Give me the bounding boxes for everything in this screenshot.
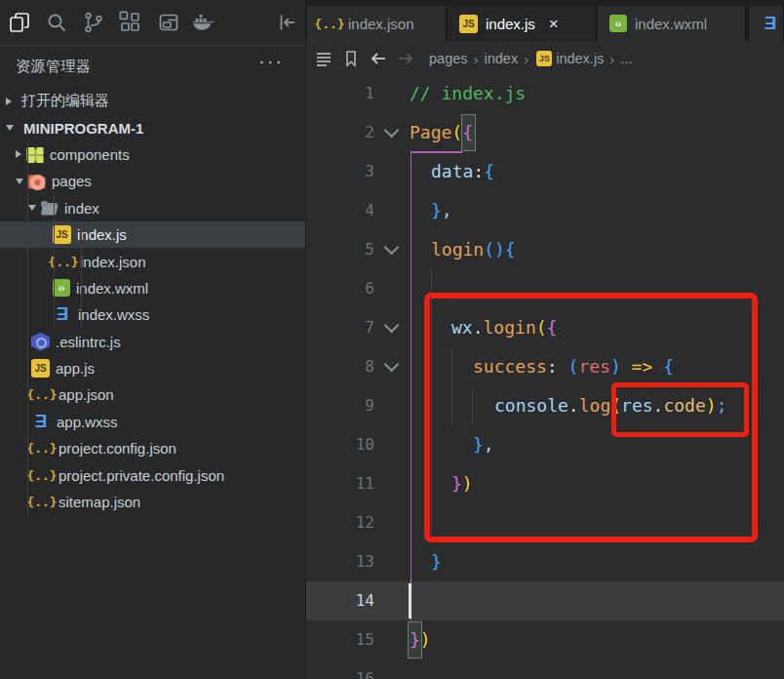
components-badge <box>26 147 45 163</box>
bookmark-icon[interactable] <box>341 49 361 68</box>
code-line-8: success: (res) => { <box>410 347 674 386</box>
code-line-1: // index.js <box>410 74 526 113</box>
tree-item-root-miniprogram[interactable]: MINIPROGRAM-1 <box>0 114 305 140</box>
json-file-icon: {..} <box>53 255 74 269</box>
tree-item-index-wxss[interactable]: Ǝ index.wxss <box>0 301 305 328</box>
tree-item-app-wxss[interactable]: Ǝ app.wxss <box>0 409 305 435</box>
line-number: 16 <box>306 659 374 679</box>
chevron-right-icon <box>16 150 21 158</box>
line-number: 5 <box>306 230 374 269</box>
more-actions-icon[interactable]: ··· <box>258 50 284 72</box>
code-line-7: wx.login({ <box>410 308 557 347</box>
json-file-icon: {..} <box>31 387 53 402</box>
wxss-file-icon: Ǝ <box>53 304 73 325</box>
explorer-files-icon[interactable] <box>8 11 31 34</box>
chevron-right-icon <box>6 98 12 105</box>
close-tab-icon[interactable]: × <box>549 16 559 32</box>
code-line-11: }) <box>410 464 473 503</box>
code-line-10: }, <box>410 425 494 464</box>
tree-item-app-json[interactable]: {..} app.json <box>0 381 305 408</box>
json-file-icon: {..} <box>319 17 340 31</box>
index-folder-icon <box>40 200 59 216</box>
outline-list-icon[interactable] <box>314 49 333 68</box>
docker-icon[interactable] <box>191 11 215 34</box>
line-number: 6 <box>306 269 374 308</box>
tab-index-js[interactable]: JS index.js × <box>448 6 597 41</box>
line-number: 8 <box>306 347 374 386</box>
tree-item-sitemap[interactable]: {..} sitemap.json <box>0 489 305 515</box>
fold-chevron-icon[interactable] <box>384 123 400 139</box>
breadcrumb-symbol[interactable]: ... <box>620 51 632 66</box>
json-file-icon: {..} <box>31 468 53 483</box>
wxss-file-icon: Ǝ <box>761 14 781 34</box>
fold-chevron-icon[interactable] <box>384 240 400 256</box>
code-line-13: } <box>410 542 442 581</box>
pages-folder-icon <box>27 174 46 189</box>
tree-item-index-json[interactable]: {..} index.json <box>0 248 305 274</box>
collapse-sidebar-icon[interactable] <box>274 11 297 34</box>
tab-label: index.js <box>486 16 535 32</box>
code-editor[interactable]: 1 2 3 4 5 6 7 8 9 10 11 12 13 14 15 16 /… <box>306 74 784 679</box>
navigate-back-icon[interactable] <box>369 49 388 68</box>
line-number: 3 <box>306 152 374 191</box>
tree-item-project-private-config[interactable]: {..} project.private.config.json <box>0 461 305 488</box>
js-file-icon: JS <box>53 225 71 244</box>
breadcrumb-index[interactable]: index <box>485 51 519 66</box>
current-line-highlight <box>306 581 784 620</box>
tree-item-pages[interactable]: pages <box>0 168 305 194</box>
tab-label: index.json <box>348 16 414 32</box>
chevron-down-icon <box>6 125 14 131</box>
code-line-3: data:{ <box>410 152 494 191</box>
js-file-icon: JS <box>536 51 552 66</box>
tree-item-app-js[interactable]: JS app.js <box>0 355 305 381</box>
code-line-9: console.log(res.code); <box>410 386 726 425</box>
components-folder-icon <box>25 146 44 162</box>
wechat-devtools-window: 资源管理器 ··· 打开的编辑器 MINIPROGRAM-1 component… <box>0 0 784 679</box>
navigate-forward-icon[interactable] <box>396 49 415 68</box>
tab-index-json[interactable]: {..} index.json <box>307 6 447 41</box>
breadcrumb-pages[interactable]: pages <box>429 51 468 66</box>
chevron-down-icon <box>28 205 36 211</box>
line-number-current: 14 <box>306 581 374 620</box>
search-icon[interactable] <box>45 11 68 34</box>
line-number: 12 <box>306 503 374 542</box>
fold-chevron-icon[interactable] <box>384 318 400 334</box>
eslint-file-icon <box>31 333 50 351</box>
file-tree: 打开的编辑器 MINIPROGRAM-1 components <box>0 88 306 679</box>
tab-index-wxss-partial[interactable]: Ǝ <box>748 6 784 41</box>
line-number: 9 <box>306 386 374 425</box>
json-file-icon: {..} <box>31 495 53 509</box>
breadcrumb-separator: › <box>609 51 614 67</box>
tree-item-components[interactable]: components <box>0 141 305 168</box>
tab-label: index.wxml <box>635 16 707 32</box>
fold-chevron-icon[interactable] <box>384 357 400 373</box>
code-line-15: }) <box>410 620 431 659</box>
line-number: 13 <box>306 542 374 581</box>
wxml-file-icon: ‹› <box>609 15 627 32</box>
tree-item-index-js[interactable]: JS index.js <box>0 221 305 248</box>
chevron-down-icon <box>16 179 23 184</box>
tab-index-wxml[interactable]: ‹› index.wxml <box>598 6 746 41</box>
tree-item-eslintrc[interactable]: .eslintrc.js <box>0 329 305 355</box>
tree-item-index-folder[interactable]: index <box>0 195 305 221</box>
wxml-file-icon: ‹› <box>53 279 70 297</box>
json-file-icon: {..} <box>31 441 53 456</box>
code-line-5: login(){ <box>410 230 516 269</box>
line-number: 15 <box>306 620 374 659</box>
preview-window-icon[interactable] <box>157 11 180 34</box>
breadcrumb-separator: › <box>474 51 479 67</box>
editor-tab-bar: {..} index.json JS index.js × ‹› index.w… <box>306 0 784 41</box>
wxss-file-icon: Ǝ <box>31 412 52 432</box>
line-number: 4 <box>306 191 374 230</box>
tree-item-index-wxml[interactable]: ‹› index.wxml <box>0 275 305 301</box>
js-file-icon: JS <box>31 359 50 378</box>
source-control-icon[interactable] <box>82 11 105 34</box>
pages-badge <box>28 175 47 190</box>
breadcrumb-separator: › <box>524 51 529 67</box>
text-cursor <box>409 583 412 619</box>
breadcrumb-index-js[interactable]: index.js <box>556 51 604 66</box>
breadcrumb: pages › index › JS index.js › ... <box>306 41 784 76</box>
tree-item-project-config[interactable]: {..} project.config.json <box>0 435 305 461</box>
tree-item-open-editors[interactable]: 打开的编辑器 <box>0 88 305 114</box>
extensions-icon[interactable] <box>119 11 142 34</box>
